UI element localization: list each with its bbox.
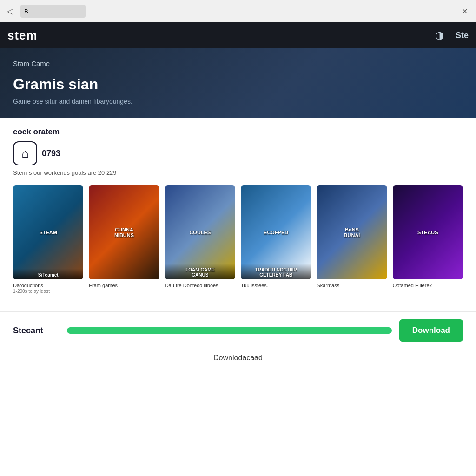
game-title-overlay: TRADETI NOCTIIIRGETERBY FAB — [241, 264, 311, 279]
steam-logo: stem — [7, 28, 38, 43]
game-label: Fram games — [89, 282, 159, 289]
game-thumb: ECOFPED TRADETI NOCTIIIRGETERBY FAB — [241, 185, 311, 279]
os-bar: ◁ × — [0, 0, 476, 22]
steam-nav-divider — [450, 29, 450, 42]
download-button[interactable]: Download — [399, 319, 463, 342]
icon-row: ⌂ 0793 — [13, 141, 463, 165]
hero-main-title: Gramis sian — [13, 76, 463, 93]
game-title-overlay: SiTeamct — [13, 269, 83, 279]
game-thumb-inner: STEAM SiTeamct — [13, 185, 83, 279]
hero-banner: Stam Came Gramis sian Game ose situr and… — [0, 48, 476, 118]
goals-text: Stem s our workenus goals are 20 229 — [13, 169, 463, 176]
game-thumb-inner: STEAUS — [393, 185, 463, 279]
hero-small-title: Stam Came — [13, 60, 463, 67]
game-item[interactable]: ECOFPED TRADETI NOCTIIIRGETERBY FAB Tuu … — [241, 185, 311, 294]
game-thumb-inner: CUNNANIBUNS — [89, 185, 159, 279]
os-close-button[interactable]: × — [457, 4, 472, 19]
download-status: Downlodacaad — [0, 349, 476, 370]
os-search-input[interactable] — [20, 5, 86, 18]
download-section: Stecant Download — [0, 311, 476, 349]
steam-nav-user: Ste — [456, 31, 469, 40]
game-item[interactable]: CUNNANIBUNS Fram games — [89, 185, 159, 294]
game-thumb: STEAM SiTeamct — [13, 185, 83, 279]
game-label: Skarmass — [317, 282, 387, 289]
game-item[interactable]: COULES FOAM GAMEGANUS Dau tre Donteod li… — [165, 185, 235, 294]
game-label: Ootamed Eillerek — [393, 282, 463, 289]
steam-nav-icon[interactable]: ◑ — [435, 29, 444, 41]
game-thumb: CUNNANIBUNS — [89, 185, 159, 279]
game-thumb: STEAUS — [393, 185, 463, 279]
game-title-overlay: FOAM GAMEGANUS — [165, 264, 235, 279]
game-sublabel: 1-200s te ay idast — [13, 289, 83, 294]
main-content: Stam Came Gramis sian Game ose situr and… — [0, 48, 476, 476]
icon-number: 0793 — [42, 149, 60, 159]
games-grid: STEAM SiTeamct Daroductions 1-200s te ay… — [13, 185, 463, 294]
game-item[interactable]: BoNSBUNAI Skarmass — [317, 185, 387, 294]
camera-icon-box: ⌂ — [13, 141, 37, 165]
steam-nav-right: ◑ Ste — [435, 29, 469, 42]
game-thumb: COULES FOAM GAMEGANUS — [165, 185, 235, 279]
game-thumb: BoNSBUNAI — [317, 185, 387, 279]
content-section: cock oratem ⌂ 0793 Stem s our workenus g… — [0, 118, 476, 311]
hero-subtitle: Game ose situr and damen fibaryounges. — [13, 98, 463, 105]
game-label: Tuu isstees. — [241, 282, 311, 289]
game-label: Dau tre Donteod liiboes — [165, 282, 235, 289]
camera-icon: ⌂ — [21, 146, 29, 161]
download-label: Stecant — [13, 326, 60, 336]
game-item[interactable]: STEAM SiTeamct Daroductions 1-200s te ay… — [13, 185, 83, 294]
game-label: Daroductions — [13, 282, 83, 289]
game-item[interactable]: STEAUS Ootamed Eillerek — [393, 185, 463, 294]
download-progress-bar — [67, 327, 392, 334]
steam-navbar: stem ◑ Ste — [0, 22, 476, 48]
game-thumb-inner: ECOFPED TRADETI NOCTIIIRGETERBY FAB — [241, 185, 311, 279]
game-thumb-inner: COULES FOAM GAMEGANUS — [165, 185, 235, 279]
os-back-icon[interactable]: ◁ — [4, 5, 17, 18]
game-thumb-inner: BoNSBUNAI — [317, 185, 387, 279]
store-label: cock oratem — [13, 127, 463, 137]
